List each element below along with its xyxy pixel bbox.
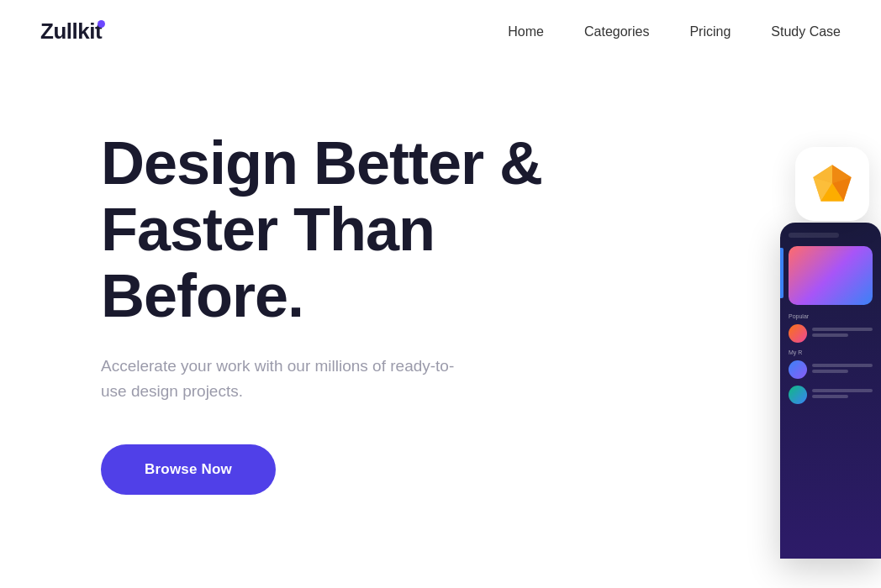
nav-links: Home Categories Pricing Study Case: [508, 24, 841, 39]
app-avatar-1: [789, 324, 807, 343]
app-line-1: [812, 328, 873, 331]
hero-headline-line2: Faster Than Before.: [101, 196, 435, 329]
app-line-5: [812, 389, 873, 392]
app-text-3: [812, 389, 873, 401]
logo-dot-icon: [98, 20, 105, 28]
hero-headline: Design Better & Faster Than Before.: [101, 130, 622, 330]
hero-section: Design Better & Faster Than Before. Acce…: [0, 63, 881, 550]
app-my-label: My R: [789, 349, 873, 355]
app-popular-label: Popular: [789, 313, 873, 319]
hero-subtext: Accelerate your work with our millions o…: [101, 354, 462, 405]
navbar: Zullkit Home Categories Pricing Study Ca…: [0, 0, 881, 63]
app-avatar-3: [789, 386, 807, 404]
hero-headline-line1: Design Better &: [101, 129, 542, 197]
nav-home[interactable]: Home: [508, 24, 544, 39]
app-line-2: [812, 333, 848, 337]
logo[interactable]: Zullkit: [40, 18, 102, 45]
browse-now-button[interactable]: Browse Now: [101, 444, 276, 495]
app-banner: [789, 246, 873, 305]
blue-accent-strip: [780, 248, 783, 298]
app-top-bar: [789, 233, 839, 238]
sketch-icon: [810, 161, 855, 207]
app-text-1: [812, 328, 873, 339]
nav-categories[interactable]: Categories: [584, 24, 649, 39]
nav-pricing[interactable]: Pricing: [689, 24, 731, 39]
app-line-4: [812, 370, 848, 373]
sketch-card: [795, 147, 869, 221]
app-avatar-2: [789, 360, 807, 379]
app-card-content: Popular My R: [780, 223, 881, 421]
hero-mockup: Popular My R: [595, 130, 881, 567]
app-row-2: [789, 360, 873, 379]
app-line-3: [812, 364, 873, 367]
logo-text: Zullkit: [40, 18, 102, 45]
app-row-3: [789, 386, 873, 404]
app-ui-card: Popular My R: [780, 223, 881, 559]
app-row-1: [789, 324, 873, 343]
app-text-2: [812, 364, 873, 375]
app-line-6: [812, 395, 848, 398]
nav-study-case[interactable]: Study Case: [771, 24, 841, 39]
